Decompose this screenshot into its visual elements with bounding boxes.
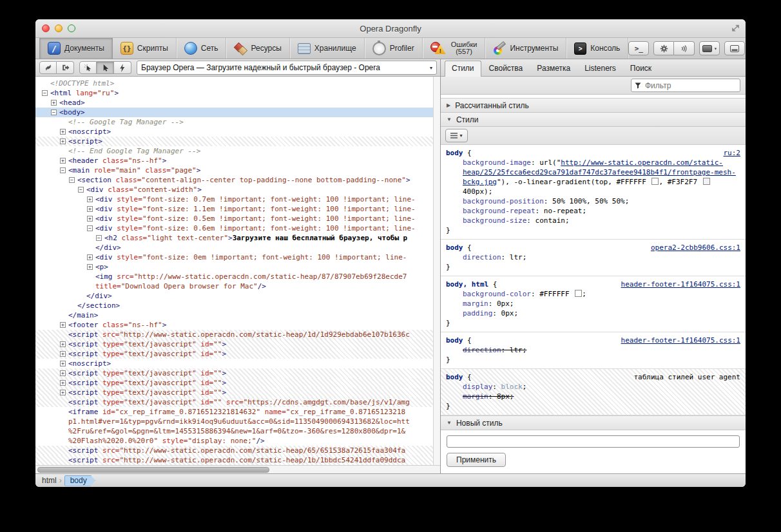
css-declaration[interactable]: background-repeat: no-repeat; [446, 206, 740, 216]
expand-icon[interactable]: + [87, 206, 93, 212]
dom-tree-row[interactable]: <iframe id="cx_rep_iframe_0.871651232181… [35, 407, 433, 417]
dom-tree-row[interactable]: +<head> [35, 98, 433, 108]
expand-icon[interactable]: + [60, 351, 66, 357]
collapse-icon[interactable]: − [51, 109, 57, 115]
dom-tree-row[interactable]: +<noscript> [35, 127, 433, 137]
tab-styles[interactable]: Стили [445, 61, 481, 77]
export-markup-button[interactable] [57, 61, 74, 74]
dom-tree-row[interactable]: <!DOCTYPE html> [35, 79, 433, 88]
collapse-icon[interactable]: − [96, 235, 102, 241]
close-button[interactable] [42, 24, 50, 32]
breadcrumb-html[interactable]: html [42, 476, 57, 485]
expand-icon[interactable]: + [60, 390, 66, 395]
tab-tools[interactable]: Инструменты [485, 38, 566, 59]
collapse-icon[interactable]: − [78, 187, 84, 193]
css-declaration[interactable]: background-position: 50% 100%, 50% 50%; [446, 196, 740, 206]
scrollbar-thumb[interactable] [37, 467, 269, 473]
expand-icon[interactable]: + [87, 196, 93, 202]
expand-icon[interactable]: + [60, 322, 66, 328]
dom-tree-row[interactable]: p1.html#ver=1&typ=pgv&rnd=ikk9i4oq9u6udu… [35, 417, 433, 426]
tab-properties[interactable]: Свойства [483, 61, 530, 76]
expand-icon[interactable]: + [60, 380, 66, 386]
collapse-icon[interactable]: − [42, 90, 48, 96]
color-swatch[interactable] [575, 290, 582, 297]
dom-tree-row[interactable]: <script type="text/javascript" id="" src… [35, 397, 433, 407]
zoom-button[interactable] [68, 24, 75, 32]
computed-style-section-header[interactable]: ▶ Рассчитанный стиль [441, 98, 746, 113]
dom-tree-row[interactable]: +<noscript> [35, 359, 433, 368]
expand-icon[interactable]: + [60, 129, 66, 135]
tab-resources[interactable]: Ресурсы [226, 38, 289, 59]
css-selector[interactable]: body [446, 373, 463, 381]
dom-tree-row[interactable]: +<footer class="ns--hf"> [35, 320, 433, 330]
dom-tree-row[interactable]: <!-- End Google Tag Manager --> [35, 146, 433, 156]
color-swatch[interactable] [703, 178, 710, 185]
css-declaration[interactable]: padding: 0px; [446, 309, 740, 318]
titlebar[interactable]: Opera Dragonfly [35, 19, 746, 38]
css-declaration[interactable]: margin: 0px; [446, 299, 740, 309]
dom-tree-row[interactable]: +<script type="text/javascript" id=""> [35, 368, 433, 378]
dom-tree-row[interactable]: +<div style="font-size: 0em !important; … [35, 252, 433, 262]
tab-documents[interactable]: / Документы [39, 38, 113, 59]
expand-icon[interactable]: + [60, 341, 66, 347]
minimize-button[interactable] [55, 24, 63, 32]
dom-tree-row[interactable]: </div> [35, 243, 433, 252]
expand-icon[interactable]: + [87, 264, 93, 270]
dom-tree-row[interactable]: <script src="http://www-static.operacdn.… [35, 330, 433, 339]
css-selector[interactable]: body [446, 336, 463, 345]
expand-icon[interactable]: + [87, 216, 93, 222]
color-swatch[interactable] [651, 178, 659, 185]
css-declaration[interactable]: direction: ltr; [446, 345, 740, 355]
css-declaration[interactable]: background-image: url("http://www-static… [446, 158, 740, 196]
dom-tree-row[interactable]: +<script type="text/javascript" id=""> [35, 388, 433, 397]
expand-icon[interactable]: + [60, 158, 66, 164]
inspect-cursor-button[interactable] [97, 61, 114, 74]
dom-tree-row[interactable]: </section> [35, 301, 433, 310]
new-style-section-header[interactable]: ▼ Новый стиль [441, 415, 746, 430]
apply-button[interactable]: Применить [447, 453, 506, 467]
dom-tree-row[interactable]: +<div style="font-size: 0.7em !important… [35, 195, 433, 204]
css-declaration[interactable]: display: block; [446, 382, 740, 392]
dom-tree-row[interactable]: +<div style="font-size: 0.5em !important… [35, 214, 433, 223]
collapse-icon[interactable]: − [87, 225, 93, 231]
tab-layout[interactable]: Разметка [530, 61, 577, 76]
resize-icon[interactable] [730, 23, 740, 33]
dom-tree-row[interactable]: −<html lang="ru"> [35, 88, 433, 98]
dom-tree-row[interactable]: −<section class="content-align--center t… [35, 175, 433, 185]
highlight-updates-button[interactable] [114, 61, 131, 74]
breadcrumb-body[interactable]: body [64, 475, 95, 486]
dom-tree-row[interactable]: <script src="http://www-static.operacdn.… [35, 455, 433, 465]
dom-tree-row[interactable]: <!-- Google Tag Manager --> [35, 117, 433, 127]
dom-tree-row[interactable]: −<div style="font-size: 0.6em !important… [35, 223, 433, 233]
stylesheet-source-link[interactable]: header-footer-1f164075.css:1 [621, 280, 740, 289]
command-line-button[interactable]: >_ [628, 41, 649, 55]
dom-tree-row[interactable]: +<header class="ns--hf"> [35, 156, 433, 166]
window-selector-button[interactable]: ▾ [699, 41, 720, 55]
dom-tree-row[interactable]: −<div class="content-width"> [35, 185, 433, 195]
css-declaration[interactable]: direction: ltr; [446, 252, 740, 262]
tab-listeners[interactable]: Listeners [578, 61, 622, 76]
expand-icon[interactable]: + [60, 138, 66, 144]
dom-tree-row[interactable]: title="Download Opera browser for Mac"/> [35, 281, 433, 291]
filter-input[interactable] [644, 81, 737, 91]
stylesheet-source-link[interactable]: ru:2 [724, 148, 741, 158]
dom-tree-row[interactable]: <script src="http://www-static.operacdn.… [35, 446, 433, 455]
styles-section-header[interactable]: ▼ Стили [441, 113, 746, 127]
collapse-icon[interactable]: − [60, 167, 66, 173]
remote-debug-button[interactable] [674, 41, 695, 55]
css-declaration[interactable]: margin: 8px; [446, 392, 740, 401]
horizontal-scrollbar[interactable] [35, 465, 440, 473]
stylesheet-source-link[interactable]: header-footer-1f164075.css:1 [621, 336, 740, 345]
select-element-button[interactable] [79, 61, 97, 74]
css-declaration[interactable]: background-size: contain; [446, 216, 740, 225]
dom-tree-row[interactable]: </main> [35, 310, 433, 320]
tab-profiler[interactable]: Profiler [365, 38, 423, 59]
stylesheet-source-link[interactable]: opera2-2cbb9606.css:1 [651, 243, 740, 252]
settings-gear-button[interactable] [653, 41, 674, 55]
css-selector[interactable]: body [446, 243, 463, 252]
dom-tree-row[interactable]: +<div style="font-size: 1.1em !important… [35, 204, 433, 214]
vertical-scrollbar[interactable] [433, 77, 440, 465]
tab-storage[interactable]: Хранилище [290, 38, 365, 59]
dom-tree-row[interactable]: +<script type="text/javascript" id=""> [35, 349, 433, 359]
tab-scripts[interactable]: {} Скрипты [113, 38, 177, 59]
